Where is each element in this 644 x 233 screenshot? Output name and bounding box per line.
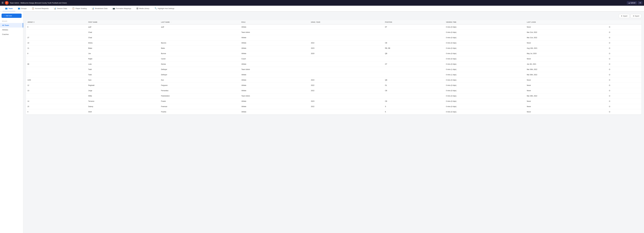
sidebar-item-athletes[interactable]: Athletes — [0, 28, 23, 32]
row-settings-button[interactable]: ⚙ — [608, 100, 611, 103]
app-title: Team Admin - Melbourne Dawgs (Brevard Co… — [10, 2, 626, 4]
row-settings-button[interactable]: ⚙ — [608, 31, 611, 34]
cell-position: DT — [384, 24, 444, 30]
cell-first-name: Elisha — [87, 40, 160, 46]
tab-formation-mappings[interactable]: 📷 Formation Mappings — [110, 6, 134, 12]
tab-player-grading[interactable]: 📋 Player Grading — [70, 6, 89, 12]
hamburger-menu[interactable]: ☰ — [2, 2, 4, 4]
tab-season-stats[interactable]: 📊 Season Stats — [51, 6, 70, 12]
cell-first-name: Chad — [87, 30, 160, 35]
cell-position: OL — [384, 83, 444, 88]
top-bar-actions: ☁ Upload ⚙ — [627, 1, 642, 4]
cell-last-login: Mar 21st, 2022 — [525, 30, 607, 35]
table-header-row: Jersey # First Name Last Name ↑ Role Gra… — [26, 20, 642, 24]
cell-jersey — [26, 56, 87, 62]
table-row: ChadTeam Admin0 mins (0 clips)Mar 21st, … — [26, 30, 642, 35]
row-settings-button[interactable]: ⚙ — [608, 94, 611, 97]
row-settings-button[interactable]: ⚙ — [608, 47, 611, 50]
cell-jersey: 4 — [26, 109, 87, 114]
row-settings-button[interactable]: ⚙ — [608, 73, 611, 76]
cell-last-name: Frazier — [160, 99, 240, 104]
tab-media-library[interactable]: 🖼 Media Library — [134, 6, 152, 12]
export-button[interactable]: ⬇ Export — [630, 14, 642, 18]
cell-grad-year: 2024 — [309, 78, 384, 83]
cell-viewing-time: 0 mins (1 clips) — [444, 72, 525, 78]
cell-last-name: Bales — [160, 46, 240, 51]
cell-viewing-time: 0 mins (0 clips) — [444, 62, 525, 67]
row-settings-button[interactable]: ⚙ — [608, 36, 611, 39]
cell-viewing-time: 0 mins (0 clips) — [444, 30, 525, 35]
row-settings-button[interactable]: ⚙ — [608, 78, 611, 82]
top-bar: ☰ D Team Admin - Melbourne Dawgs (Brevar… — [0, 0, 644, 6]
tab-account-requests[interactable]: 📋 Account Requests — [29, 6, 51, 12]
cell-first-name: Reginald — [87, 83, 160, 88]
row-settings-button[interactable]: ⚙ — [608, 105, 611, 108]
col-viewing-time[interactable]: Viewing Time — [444, 20, 525, 24]
col-last-name[interactable]: Last Name ↑ — [160, 20, 240, 24]
sidebar-item-all-team[interactable]: All Team — [0, 23, 23, 28]
cell-viewing-time: 0 mins (0 clips) — [444, 109, 525, 114]
settings-button[interactable]: ⚙ — [638, 1, 642, 4]
cell-first-name: asdf — [87, 24, 160, 30]
cell-position — [384, 30, 444, 35]
upload-button[interactable]: ☁ Upload — [627, 1, 637, 4]
cell-first-name: Willie — [87, 93, 160, 99]
cell-last-name: DeNoyer — [160, 67, 240, 72]
cell-first-name: Sam — [87, 78, 160, 83]
row-settings-button[interactable]: ⚙ — [608, 42, 611, 44]
cell-position: QB — [384, 51, 444, 56]
cell-settings: ⚙ — [607, 46, 642, 51]
cell-jersey: 13 — [26, 88, 87, 93]
cell-first-name: Datony — [87, 104, 160, 109]
main-layout: ＋ Add User Roles All Team Athletes Coach… — [0, 12, 644, 233]
col-grad-year[interactable]: Grad. Year — [309, 20, 384, 24]
cell-last-login: Never — [525, 83, 607, 88]
row-settings-button[interactable]: ⚙ — [608, 68, 611, 71]
team-table: Jersey # First Name Last Name ↑ Role Gra… — [26, 20, 642, 114]
cell-grad-year — [309, 72, 384, 78]
cell-role: Athlete — [240, 62, 310, 67]
col-position[interactable]: Position — [384, 20, 444, 24]
cell-role: Team Admin — [240, 30, 310, 35]
cell-position: CB — [384, 88, 444, 93]
row-settings-button[interactable]: ⚙ — [608, 58, 611, 60]
tab-team[interactable]: 👥 Team — [2, 6, 15, 12]
row-settings-button[interactable]: ⚙ — [608, 52, 611, 55]
cell-grad-year: 2023 — [309, 46, 384, 51]
row-settings-button[interactable]: ⚙ — [608, 63, 611, 66]
cell-role: Athlete — [240, 104, 310, 109]
row-settings-button[interactable]: ⚙ — [608, 89, 611, 92]
cell-first-name: Jorge — [87, 88, 160, 93]
cell-grad-year: 2023 — [309, 99, 384, 104]
add-user-button[interactable]: ＋ Add User — [2, 14, 22, 18]
cell-last-login: Jan 4th, 2021 — [525, 62, 607, 67]
cell-settings: ⚙ — [607, 35, 642, 40]
cell-last-login: Never — [525, 109, 607, 114]
player-grading-tab-icon: 📋 — [72, 7, 74, 10]
sidebar-item-coaches[interactable]: Coaches — [0, 32, 23, 36]
tab-groups[interactable]: 👥 Groups — [15, 6, 29, 12]
table-row: RalphCanoliCoach0 mins (0 clips)Never⚙ — [26, 56, 642, 62]
table-row: 14TerranceFrazierAthlete2023CB0 mins (0 … — [26, 99, 642, 104]
row-settings-button[interactable]: ⚙ — [608, 84, 611, 87]
cell-last-name: Freshlo — [160, 109, 240, 114]
row-settings-button[interactable]: ⚙ — [608, 110, 611, 113]
cell-last-name: Bacons — [160, 40, 240, 46]
cell-position: K — [384, 109, 444, 114]
col-jersey[interactable]: Jersey # — [26, 20, 87, 24]
table-row: 9asdfasdfAthleteDT0 mins (0 clips)Never⚙ — [26, 24, 642, 30]
cell-position — [384, 72, 444, 78]
tab-breakdown-data[interactable]: 📊 Breakdown Data — [89, 6, 110, 12]
tab-highlight-hub-settings[interactable]: 🔧 Highlight Hub Settings — [152, 6, 177, 12]
col-last-login[interactable]: Last Login — [525, 20, 607, 24]
cell-viewing-time: 0 mins (0 clips) — [444, 78, 525, 83]
row-settings-button[interactable]: ⚙ — [608, 26, 611, 28]
col-first-name[interactable]: First Name — [87, 20, 160, 24]
cell-viewing-time: 0 mins (0 clips) — [444, 99, 525, 104]
cell-viewing-time: 0 mins (1 clips) — [444, 67, 525, 72]
cell-last-login: Never — [525, 24, 607, 30]
table-row: 13JorgeFernandezAthlete2022CB0 mins (0 c… — [26, 88, 642, 93]
col-role[interactable]: Role — [240, 20, 310, 24]
import-button[interactable]: ⬆ Import — [619, 14, 630, 18]
import-icon: ⬆ — [621, 15, 622, 17]
